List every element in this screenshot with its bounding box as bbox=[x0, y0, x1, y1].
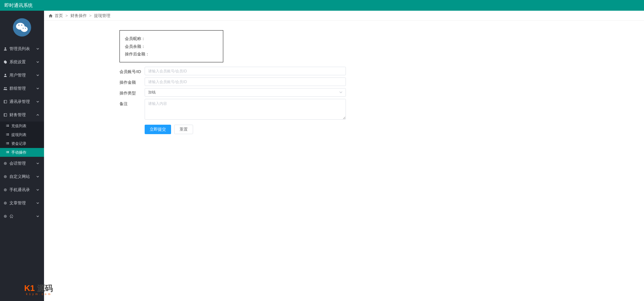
list-icon bbox=[6, 133, 9, 137]
svg-point-7 bbox=[4, 87, 5, 88]
breadcrumb-a[interactable]: 财务操作 bbox=[70, 13, 87, 19]
svg-rect-19 bbox=[6, 142, 7, 143]
svg-rect-14 bbox=[7, 126, 9, 127]
nav-item-1[interactable]: 系统设置 bbox=[0, 55, 44, 69]
svg-point-8 bbox=[5, 87, 7, 88]
svg-rect-24 bbox=[7, 151, 9, 152]
chevron-down-icon bbox=[36, 214, 40, 218]
list-icon bbox=[6, 124, 9, 128]
home-icon bbox=[48, 14, 53, 18]
sidebar: 管理员列表系统设置用户管理群组管理通讯录管理财务管理充值列表提现列表资金记录手动… bbox=[0, 11, 44, 301]
nav-item-label: 管理员列表 bbox=[9, 46, 30, 52]
link-icon bbox=[3, 214, 8, 219]
nav-item-4[interactable]: 通讯录管理 bbox=[0, 95, 44, 108]
svg-rect-16 bbox=[7, 133, 9, 134]
svg-rect-18 bbox=[7, 135, 9, 135]
nav-subitem-label: 充值列表 bbox=[11, 123, 26, 129]
svg-rect-20 bbox=[7, 142, 9, 143]
nav-subitem-5-0[interactable]: 充值列表 bbox=[0, 122, 44, 130]
svg-rect-23 bbox=[6, 151, 7, 152]
chevron-down-icon bbox=[36, 60, 40, 64]
nav-item-5[interactable]: 财务管理 bbox=[0, 108, 44, 122]
breadcrumb-home[interactable]: 首页 bbox=[55, 13, 63, 19]
topbar: 即时通讯系统 bbox=[0, 0, 644, 11]
chevron-down-icon bbox=[339, 90, 343, 95]
list-icon bbox=[6, 150, 9, 154]
chevron-down-icon bbox=[36, 201, 40, 205]
nav-item-9[interactable]: 文章管理 bbox=[0, 196, 44, 210]
type-label: 操作类型 bbox=[119, 88, 145, 96]
nav-item-6[interactable]: 会话管理 bbox=[0, 157, 44, 170]
nav-item-label: 文章管理 bbox=[9, 200, 26, 206]
svg-point-6 bbox=[25, 28, 26, 29]
link-icon bbox=[3, 161, 8, 166]
chevron-down-icon bbox=[36, 73, 40, 77]
nav-subitem-5-2[interactable]: 资金记录 bbox=[0, 139, 44, 148]
nav-subitem-5-1[interactable]: 提现列表 bbox=[0, 130, 44, 139]
nav-item-7[interactable]: 自定义网站 bbox=[0, 170, 44, 183]
form: 会员账号/ID 操作金额 操作类型 bbox=[119, 67, 644, 134]
svg-rect-15 bbox=[6, 133, 7, 134]
link-icon bbox=[3, 201, 8, 205]
nav-item-10[interactable]: 公 bbox=[0, 210, 44, 223]
svg-point-4 bbox=[21, 25, 22, 26]
remark-label: 备注 bbox=[119, 99, 145, 107]
svg-rect-22 bbox=[7, 144, 9, 144]
info-balance-label: 会员余额： bbox=[125, 43, 145, 51]
nav-item-8[interactable]: 手机通讯录 bbox=[0, 183, 44, 196]
submit-button[interactable]: 立即提交 bbox=[145, 125, 171, 134]
svg-rect-25 bbox=[6, 152, 7, 153]
content: 会员昵称： 会员余额： 操作后金额： 会员账号/ID 操作金额 bbox=[44, 21, 644, 134]
nav: 管理员列表系统设置用户管理群组管理通讯录管理财务管理充值列表提现列表资金记录手动… bbox=[0, 42, 44, 301]
remark-textarea[interactable] bbox=[145, 99, 346, 120]
chevron-down-icon bbox=[36, 188, 40, 192]
svg-rect-11 bbox=[6, 125, 7, 125]
breadcrumb: 首页 > 财务操作 > 提现管理 bbox=[44, 11, 644, 21]
info-after-label: 操作后金额： bbox=[125, 50, 149, 58]
nav-item-label: 通讯录管理 bbox=[9, 99, 30, 105]
chevron-up-icon bbox=[36, 113, 40, 117]
app-title: 即时通讯系统 bbox=[4, 3, 33, 9]
link-icon bbox=[3, 188, 8, 192]
type-select-value[interactable] bbox=[145, 88, 346, 97]
users-icon bbox=[3, 86, 8, 91]
account-input[interactable] bbox=[145, 67, 346, 75]
user-icon bbox=[3, 47, 8, 51]
svg-point-5 bbox=[23, 28, 24, 29]
nav-item-label: 群组管理 bbox=[9, 86, 26, 91]
nav-item-label: 自定义网站 bbox=[9, 174, 30, 179]
svg-rect-9 bbox=[4, 100, 7, 103]
nav-subitem-label: 手动操作 bbox=[11, 150, 26, 155]
book-icon bbox=[3, 99, 8, 104]
amount-input[interactable] bbox=[145, 77, 346, 86]
nav-item-0[interactable]: 管理员列表 bbox=[0, 42, 44, 55]
svg-rect-12 bbox=[7, 125, 9, 125]
nav-item-2[interactable]: 用户管理 bbox=[0, 69, 44, 82]
chevron-down-icon bbox=[36, 47, 40, 51]
main: 首页 > 财务操作 > 提现管理 会员昵称： 会员余额： 操作后金额： 会员账号… bbox=[44, 11, 644, 301]
chevron-down-icon bbox=[36, 162, 40, 165]
breadcrumb-sep: > bbox=[89, 13, 92, 18]
reset-button[interactable]: 重置 bbox=[174, 125, 193, 134]
nav-item-label: 用户管理 bbox=[9, 72, 26, 78]
type-select[interactable] bbox=[145, 88, 346, 97]
nav-item-3[interactable]: 群组管理 bbox=[0, 82, 44, 95]
breadcrumb-b: 提现管理 bbox=[94, 13, 110, 19]
nav-subitem-label: 提现列表 bbox=[11, 132, 26, 138]
gear-icon bbox=[3, 60, 8, 64]
chevron-down-icon bbox=[36, 87, 40, 90]
svg-point-2 bbox=[21, 26, 28, 32]
svg-point-3 bbox=[18, 25, 19, 26]
nav-item-label: 会话管理 bbox=[9, 161, 26, 166]
book-icon bbox=[3, 113, 8, 117]
nav-item-label: 财务管理 bbox=[9, 112, 26, 118]
nav-subitem-label: 资金记录 bbox=[11, 141, 26, 146]
svg-rect-17 bbox=[6, 135, 7, 135]
nav-subitem-5-3[interactable]: 手动操作 bbox=[0, 148, 44, 157]
list-icon bbox=[6, 142, 9, 145]
chevron-down-icon bbox=[36, 100, 40, 104]
nav-item-label: 系统设置 bbox=[9, 59, 26, 65]
link-icon bbox=[3, 174, 8, 179]
svg-rect-10 bbox=[4, 114, 7, 116]
svg-rect-26 bbox=[7, 152, 9, 153]
